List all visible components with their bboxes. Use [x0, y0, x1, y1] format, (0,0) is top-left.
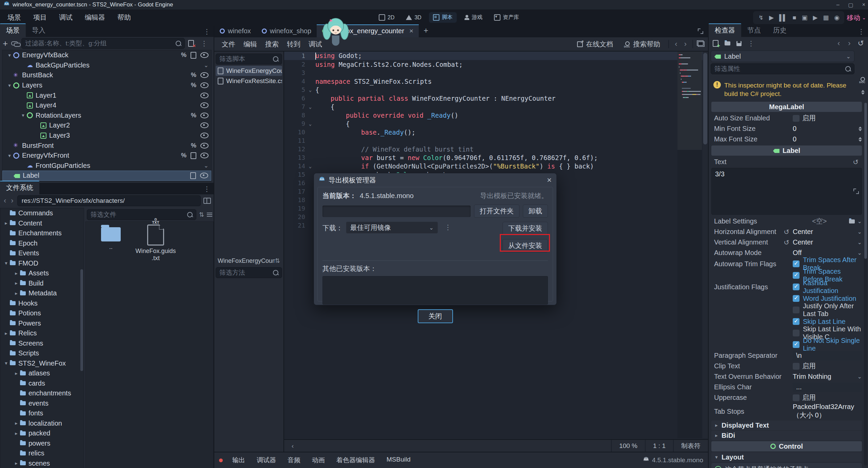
fold-icon[interactable]: ⌄	[305, 121, 315, 126]
fs-tree-folder[interactable]: relics	[0, 448, 84, 459]
indent-mode[interactable]: 制表符	[674, 440, 708, 452]
inspector-scrollbar[interactable]	[864, 103, 867, 466]
dropdown-value[interactable]: Center	[793, 238, 813, 246]
script-menu-文件[interactable]: 文件	[218, 39, 239, 50]
tab-历史[interactable]: 历史	[767, 24, 793, 37]
chevron-left-icon[interactable]: ‹	[856, 466, 859, 468]
property-group-Displayed Text[interactable]: ▸Displayed Text	[711, 421, 862, 430]
fold-icon[interactable]: ⌄	[305, 104, 315, 110]
checkbox[interactable]	[793, 260, 800, 267]
expand-text-icon[interactable]	[853, 189, 859, 194]
tree-expand-icon[interactable]: ▾	[6, 153, 13, 159]
visibility-icon[interactable]	[200, 133, 209, 138]
tree-expand-icon[interactable]: ▸	[2, 330, 10, 336]
section-header-Control[interactable]: Control	[711, 441, 862, 451]
visibility-icon[interactable]	[200, 113, 209, 118]
unique-name-icon[interactable]: %	[191, 112, 196, 119]
checkbox[interactable]	[793, 318, 800, 325]
fs-tree-folder[interactable]: ▸atlases	[0, 368, 84, 378]
scene-tree-node[interactable]: ☁BackGpuParticles⌄	[2, 60, 211, 71]
visibility-icon[interactable]	[200, 153, 209, 158]
sort-files-icon[interactable]: ⇅	[199, 211, 204, 218]
make-floating-icon[interactable]	[698, 41, 705, 47]
fs-tree-folder[interactable]: Events	[0, 248, 84, 258]
property-filter-input[interactable]: 筛选属性	[711, 63, 854, 74]
fs-tree-folder[interactable]: ▾FMOD	[0, 258, 84, 269]
checkbox[interactable]	[793, 284, 800, 290]
fs-tree-folder[interactable]: ▸Metadata	[0, 288, 84, 298]
run-remote-icon[interactable]: ▣	[802, 14, 807, 21]
tree-expand-icon[interactable]: ▾	[2, 360, 10, 366]
scene-tree-node[interactable]: ☁FrontGpuParticles⌄	[2, 161, 211, 171]
history-icon[interactable]: ↺	[858, 39, 864, 48]
unique-name-icon[interactable]: %	[191, 142, 196, 149]
minimize-icon[interactable]: –	[836, 2, 840, 8]
sort-methods-icon[interactable]: ⇅	[275, 257, 280, 265]
property-input[interactable]: \n	[793, 351, 862, 360]
fs-tree-folder[interactable]: ▸Relics	[0, 328, 84, 338]
flag-checkbox-row[interactable]: Kashida Justification	[793, 281, 862, 293]
close-icon[interactable]: ×	[862, 2, 865, 8]
revert-icon[interactable]: ↺	[784, 238, 789, 247]
fs-tree-folder[interactable]: ▸localization	[0, 418, 84, 429]
resource-options-icon[interactable]: ⋮	[748, 39, 754, 47]
fs-tree-folder[interactable]: Screens	[0, 338, 84, 349]
fs-tree-folder[interactable]: ▸Build	[0, 278, 84, 289]
close-button[interactable]: 关闭	[418, 309, 453, 323]
script-history-forward-icon[interactable]: ›	[683, 40, 688, 48]
bottom-tab-音频[interactable]: 音频	[288, 456, 300, 465]
scene-tree-node[interactable]: Label	[2, 171, 211, 181]
scene-tree-node[interactable]: Layer3	[2, 131, 211, 141]
bottom-tab-着色器编辑器[interactable]: 着色器编辑器	[336, 456, 375, 465]
dropdown-value[interactable]: Off	[793, 249, 802, 257]
flag-checkbox-row[interactable]: Do Not Skip Single Line	[793, 339, 862, 350]
tree-expand-icon[interactable]: ▸	[13, 430, 20, 436]
tree-expand-icon[interactable]: ▾	[6, 52, 13, 58]
visibility-icon[interactable]	[200, 143, 209, 149]
edit-next-icon[interactable]: ›	[847, 39, 851, 48]
visibility-icon[interactable]	[200, 93, 209, 98]
property-value[interactable]: 0	[793, 135, 796, 143]
more-options-icon[interactable]: ⋮	[200, 185, 214, 193]
file-grid-item[interactable]: ⚙TXTWineFox.guids.txt	[135, 225, 176, 262]
scene-tree-node[interactable]: ✳BurstBack%	[2, 70, 211, 80]
checkbox[interactable]	[793, 272, 800, 279]
scene-tab-winefox[interactable]: winefox	[214, 25, 256, 37]
open-node-docs-icon[interactable]	[860, 77, 865, 82]
fs-tree-folder[interactable]: ▾STS2_WineFox	[0, 358, 84, 369]
tree-expand-icon[interactable]: ▸	[2, 220, 10, 226]
script-list-item[interactable]: WineFoxEnergyCounter...	[216, 66, 282, 76]
fs-tree-folder[interactable]: Potions	[0, 308, 84, 318]
spinner-icon[interactable]	[859, 126, 862, 131]
zoom-level[interactable]: 100 %	[612, 440, 645, 452]
menu-编辑器[interactable]: 编辑器	[80, 12, 110, 23]
renderer-selector[interactable]: 移动 ⌄	[847, 11, 866, 24]
checkbox[interactable]	[793, 363, 800, 370]
tab-filesystem[interactable]: 文件系统	[0, 181, 39, 194]
checkbox[interactable]	[793, 341, 800, 348]
stop-icon[interactable]: ■	[793, 14, 796, 21]
fs-tree-folder[interactable]: Scripts	[0, 348, 84, 358]
bottom-tab-输出[interactable]: 输出	[232, 456, 245, 465]
fs-tree-folder[interactable]: Enchantments	[0, 228, 84, 238]
menu-帮助[interactable]: 帮助	[113, 12, 136, 23]
resource-path[interactable]: res://STS2_WineFox/sfx/characters/	[17, 195, 201, 206]
load-resource-icon[interactable]	[725, 41, 730, 45]
tree-scrollbar[interactable]	[80, 269, 83, 371]
tree-expand-icon[interactable]: ▸	[13, 420, 20, 426]
fs-tree-folder[interactable]: Hooks	[0, 298, 84, 309]
fs-tree-folder[interactable]: fonts	[0, 408, 84, 418]
history-forward-icon[interactable]: ›	[10, 196, 14, 205]
workspace-资产库[interactable]: 资产库	[490, 12, 523, 23]
fs-tree-folder[interactable]: events	[0, 398, 84, 409]
checkbox[interactable]	[793, 295, 800, 302]
chevron-down-icon[interactable]: ⌄	[204, 162, 209, 169]
visibility-icon[interactable]	[200, 72, 209, 78]
section-header-MegaLabel[interactable]: MegaLabel	[711, 102, 862, 112]
fs-tree-folder[interactable]: ▸Content	[0, 218, 84, 229]
edit-prev-icon[interactable]: ‹	[836, 39, 841, 48]
tab-节点[interactable]: 节点	[741, 24, 767, 37]
tab-导入[interactable]: 导入	[26, 24, 52, 37]
unique-name-icon[interactable]: %	[181, 152, 186, 159]
dropdown-value[interactable]: Trim Nothing	[793, 373, 831, 381]
